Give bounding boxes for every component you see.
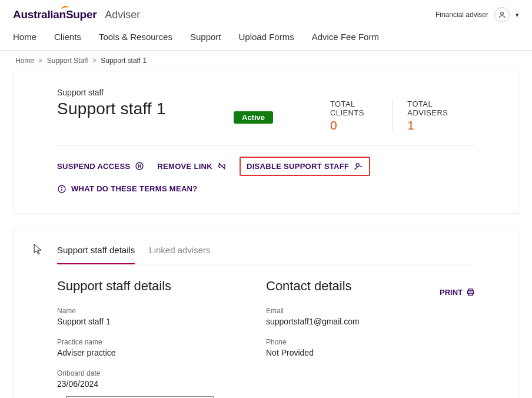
chat-pill[interactable]: Chat | Delegated Access DSM | Microsoft … [66, 396, 214, 399]
person-remove-icon [354, 162, 363, 171]
stat-total-clients: TOTAL CLIENTS 0 [316, 100, 393, 132]
terms-help-link[interactable]: WHAT DO THESE TERMS MEAN? [57, 184, 198, 194]
page-kicker: Support staff [57, 88, 475, 97]
field-label-onboard: Onboard date [57, 369, 266, 377]
field-label-email: Email [266, 307, 475, 315]
remove-link-button[interactable]: REMOVE LINK [157, 161, 227, 171]
svg-line-4 [219, 163, 225, 170]
main-nav: Home Clients Tools & Resources Support U… [0, 26, 532, 51]
info-icon [57, 184, 66, 194]
field-value-onboard: 23/06/2024 [57, 379, 266, 389]
svg-point-9 [62, 187, 62, 187]
logo[interactable]: AustralianSuper Adviser [13, 8, 140, 21]
page-title: Support staff 1 [57, 100, 234, 118]
breadcrumb-support-staff[interactable]: Support Staff [47, 57, 88, 65]
action-label: REMOVE LINK [157, 162, 212, 171]
divider [57, 145, 475, 146]
boomerang-icon [60, 5, 69, 11]
breadcrumb: Home > Support Staff > Support staff 1 [0, 51, 532, 71]
field-value-name: Support staff 1 [57, 317, 266, 326]
details-right-col: Contact details PRINT Email supportstaff… [266, 278, 475, 399]
nav-clients[interactable]: Clients [54, 32, 81, 42]
action-label: DISABLE SUPPORT STAFF [247, 162, 349, 171]
unlink-icon [217, 161, 227, 171]
print-button[interactable]: PRINT [440, 288, 475, 297]
details-card: Support staff details Linked advisers Su… [13, 228, 519, 399]
avatar[interactable] [494, 7, 510, 22]
breadcrumb-home[interactable]: Home [15, 57, 34, 65]
stat-label: TOTAL ADVISERS [407, 100, 461, 117]
section-heading-details: Support staff details [57, 278, 266, 294]
stat-label: TOTAL CLIENTS [330, 100, 378, 117]
user-role-label: Financial adviser [435, 11, 488, 19]
breadcrumb-current: Support staff 1 [101, 57, 147, 65]
print-label: PRINT [440, 288, 463, 297]
svg-point-0 [501, 12, 504, 15]
print-icon [466, 288, 475, 297]
nav-advice-fee-form[interactable]: Advice Fee Form [312, 32, 379, 42]
summary-card: Support staff Support staff 1 Active TOT… [13, 71, 519, 214]
suspend-access-button[interactable]: SUSPEND ACCESS [57, 161, 144, 171]
person-icon [498, 11, 506, 19]
logo-main: AustralianSuper [13, 8, 97, 21]
stat-value: 0 [330, 118, 378, 132]
pause-icon [135, 161, 144, 171]
logo-main-text: AustralianSuper [13, 8, 97, 21]
nav-home[interactable]: Home [13, 32, 36, 42]
nav-support[interactable]: Support [190, 32, 221, 42]
chevron-down-icon[interactable]: ▾ [516, 11, 519, 19]
help-label: WHAT DO THESE TERMS MEAN? [71, 184, 198, 193]
action-label: SUSPEND ACCESS [57, 162, 130, 171]
nav-upload-forms[interactable]: Upload Forms [238, 32, 294, 42]
details-left-col: Support staff details Name Support staff… [57, 278, 266, 399]
tabs: Support staff details Linked advisers [57, 245, 475, 264]
field-value-practice: Adviser practice [57, 348, 266, 357]
svg-point-5 [356, 163, 359, 166]
field-value-phone: Not Provided [266, 348, 475, 357]
field-label-name: Name [57, 307, 266, 315]
disable-support-staff-button[interactable]: DISABLE SUPPORT STAFF [247, 162, 363, 171]
svg-point-1 [136, 162, 143, 170]
disable-highlight: DISABLE SUPPORT STAFF [240, 157, 370, 176]
breadcrumb-sep: > [92, 57, 97, 65]
tab-support-staff-details[interactable]: Support staff details [57, 245, 135, 264]
breadcrumb-sep: > [38, 57, 42, 65]
tab-linked-advisers[interactable]: Linked advisers [149, 245, 210, 264]
logo-sub: Adviser [105, 9, 140, 21]
nav-tools[interactable]: Tools & Resources [99, 32, 172, 42]
stat-total-advisers: TOTAL ADVISERS 1 [393, 100, 475, 132]
section-heading-contact: Contact details [266, 278, 352, 294]
field-label-phone: Phone [266, 338, 475, 346]
field-value-email: supportstaff1@gmail.com [266, 317, 475, 326]
stat-value: 1 [407, 118, 461, 132]
field-label-practice: Practice name [57, 338, 266, 346]
status-badge: Active [234, 111, 273, 124]
